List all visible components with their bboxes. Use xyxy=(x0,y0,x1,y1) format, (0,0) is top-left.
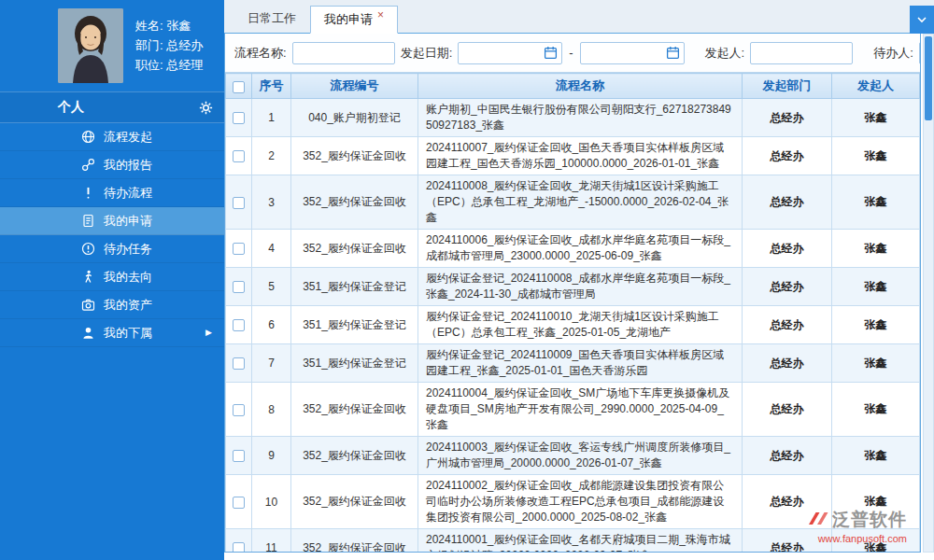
initiator: 张鑫 xyxy=(832,344,920,383)
sidebar-item-label: 待办流程 xyxy=(104,185,152,202)
row-checkbox[interactable] xyxy=(233,319,245,331)
process-name: 履约保证金登记_2024110009_国色天香项目实体样板房区域园建工程_张鑫_… xyxy=(418,344,743,383)
table-row[interactable]: 10 352_履约保证金回收 2024110002_履约保证金回收_成都能源建设… xyxy=(226,475,920,529)
table-row[interactable]: 5 351_履约保证金登记 履约保证金登记_2024110008_成都水岸华庭名… xyxy=(226,268,920,306)
process-name-input[interactable] xyxy=(292,42,395,64)
sidebar-item[interactable]: 我的报告 xyxy=(0,151,224,179)
process-code: 352_履约保证金回收 xyxy=(291,529,418,553)
initiating-department: 总经办 xyxy=(743,268,832,306)
table-row[interactable]: 2 352_履约保证金回收 2024110007_履约保证金回收_国色天香项目实… xyxy=(226,137,920,175)
process-name: 2024110003_履约保证金回收_客运专线广州调度所装修项目_广州城市管理局… xyxy=(418,437,743,475)
sidebar-item-label: 我的下属 xyxy=(104,325,152,342)
vertical-scrollbar[interactable] xyxy=(923,34,934,553)
avatar xyxy=(58,8,123,83)
table-row[interactable]: 9 352_履约保证金回收 2024110003_履约保证金回收_客运专线广州调… xyxy=(226,437,920,475)
process-code: 351_履约保证金登记 xyxy=(291,344,418,383)
sidebar-item[interactable]: 我的去向 xyxy=(0,263,224,291)
row-checkbox[interactable] xyxy=(233,450,245,462)
assignee-label: 待办人: xyxy=(873,45,913,62)
table-row[interactable]: 1 040_账户期初登记 账户期初_中国民生银行股份有限公司朝阳支行_62718… xyxy=(226,99,920,137)
process-name: 2024110006_履约保证金回收_成都水岸华庭名苑项目一标段_成都城市管理局… xyxy=(418,230,743,268)
filter-bar: 流程名称: 发起日期: - xyxy=(225,34,920,73)
row-number: 10 xyxy=(252,475,291,529)
row-checkbox[interactable] xyxy=(233,197,245,209)
content-panel: 流程名称: 发起日期: - xyxy=(224,34,921,553)
table-row[interactable]: 7 351_履约保证金登记 履约保证金登记_2024110009_国色天香项目实… xyxy=(226,344,920,383)
row-checkbox[interactable] xyxy=(233,497,245,509)
table-row[interactable]: 8 352_履约保证金回收 2024110004_履约保证金回收_SM广场地下车… xyxy=(226,383,920,437)
row-number: 2 xyxy=(252,137,291,175)
main-area: 日常工作 我的申请 × 流程名称: xyxy=(224,0,934,560)
table-row[interactable]: 11 352_履约保证金回收 2024110001_履约保证金回收_名都天府城项… xyxy=(226,529,920,553)
tab[interactable]: 我的申请 × xyxy=(310,6,398,34)
link-icon xyxy=(80,158,95,173)
table-row[interactable]: 4 352_履约保证金回收 2024110006_履约保证金回收_成都水岸华庭名… xyxy=(226,230,920,268)
process-code: 352_履约保证金回收 xyxy=(291,437,418,475)
row-number: 1 xyxy=(252,99,291,137)
profile-dept: 部门: 总经办 xyxy=(135,35,203,55)
sidebar-item[interactable]: 流程发起 xyxy=(0,123,224,151)
tab[interactable]: 日常工作 xyxy=(234,5,310,33)
row-number: 4 xyxy=(252,230,291,268)
sidebar-nav: 流程发起 我的报告 待办流程 我的申请 xyxy=(0,123,224,347)
calendar-icon[interactable] xyxy=(666,46,681,61)
process-code: 351_履约保证金登记 xyxy=(291,306,418,344)
row-checkbox[interactable] xyxy=(233,243,245,255)
process-code: 352_履约保证金回收 xyxy=(291,137,418,175)
initiator: 张鑫 xyxy=(832,383,920,437)
table-body: 1 040_账户期初登记 账户期初_中国民生银行股份有限公司朝阳支行_62718… xyxy=(226,99,920,553)
initiator: 张鑫 xyxy=(832,175,920,230)
sidebar-item[interactable]: 待办流程 xyxy=(0,179,224,207)
sidebar-item-label: 我的去向 xyxy=(104,269,152,286)
process-code: 352_履约保证金回收 xyxy=(291,230,418,268)
content-body: 流程名称: 发起日期: - xyxy=(224,34,934,560)
tab-label: 我的申请 xyxy=(324,11,373,28)
initiator: 张鑫 xyxy=(832,475,920,529)
row-checkbox[interactable] xyxy=(233,542,245,552)
section-label: 个人 xyxy=(58,99,84,116)
sidebar-item[interactable]: 我的资产 xyxy=(0,291,224,319)
sidebar-section-personal[interactable]: 个人 xyxy=(0,91,224,123)
select-all-checkbox[interactable] xyxy=(233,81,245,93)
avatar-photo xyxy=(58,8,123,83)
row-checkbox[interactable] xyxy=(233,357,245,370)
process-name-label: 流程名称: xyxy=(234,45,287,62)
process-name: 履约保证金登记_2024110010_龙湖天街城1区设计采购施工（EPC）总承包… xyxy=(418,306,743,344)
table-row[interactable]: 3 352_履约保证金回收 2024110008_履约保证金回收_龙湖天街城1区… xyxy=(226,175,920,230)
initiator: 张鑫 xyxy=(832,230,920,268)
row-checkbox[interactable] xyxy=(233,281,245,293)
sidebar-item[interactable]: 我的下属 ▶ xyxy=(0,319,224,347)
gear-icon[interactable] xyxy=(199,101,213,115)
camera-icon xyxy=(80,298,95,313)
sidebar-item[interactable]: 待办任务 xyxy=(0,235,224,263)
globe-icon xyxy=(80,130,95,145)
row-checkbox[interactable] xyxy=(233,112,245,124)
tab-overflow-button[interactable] xyxy=(910,6,934,34)
row-number: 5 xyxy=(252,268,291,306)
chevron-right-icon: ▶ xyxy=(205,329,212,337)
tab-list: 日常工作 我的申请 × xyxy=(234,5,398,33)
initiating-department: 总经办 xyxy=(743,306,832,344)
initiating-department: 总经办 xyxy=(743,529,832,553)
profile-info: 姓名: 张鑫 部门: 总经办 职位: 总经理 xyxy=(135,8,203,75)
initiator-input[interactable] xyxy=(750,42,853,64)
calendar-icon[interactable] xyxy=(544,46,559,61)
scrollbar-thumb[interactable] xyxy=(925,36,932,120)
initiator: 张鑫 xyxy=(832,137,920,175)
initiating-department: 总经办 xyxy=(743,137,832,175)
process-code: 352_履约保证金回收 xyxy=(291,475,418,529)
process-table: 序号 流程编号 流程名称 发起部门 发起人 xyxy=(225,73,920,552)
sidebar-item[interactable]: 我的申请 xyxy=(0,207,224,235)
row-checkbox[interactable] xyxy=(233,150,245,162)
assignee-input[interactable] xyxy=(919,42,920,64)
initiating-department: 总经办 xyxy=(743,383,832,437)
initiating-department: 总经办 xyxy=(743,437,832,475)
initiating-department: 总经办 xyxy=(743,99,832,137)
row-checkbox[interactable] xyxy=(233,404,245,416)
process-name: 2024110008_履约保证金回收_龙湖天街城1区设计采购施工（EPC）总承包… xyxy=(418,175,743,230)
row-number: 8 xyxy=(252,383,291,437)
sidebar-item-label: 流程发起 xyxy=(104,129,152,146)
close-icon[interactable]: × xyxy=(377,9,384,21)
table-row[interactable]: 6 351_履约保证金登记 履约保证金登记_2024110010_龙湖天街城1区… xyxy=(226,306,920,344)
process-code: 352_履约保证金回收 xyxy=(291,175,418,230)
